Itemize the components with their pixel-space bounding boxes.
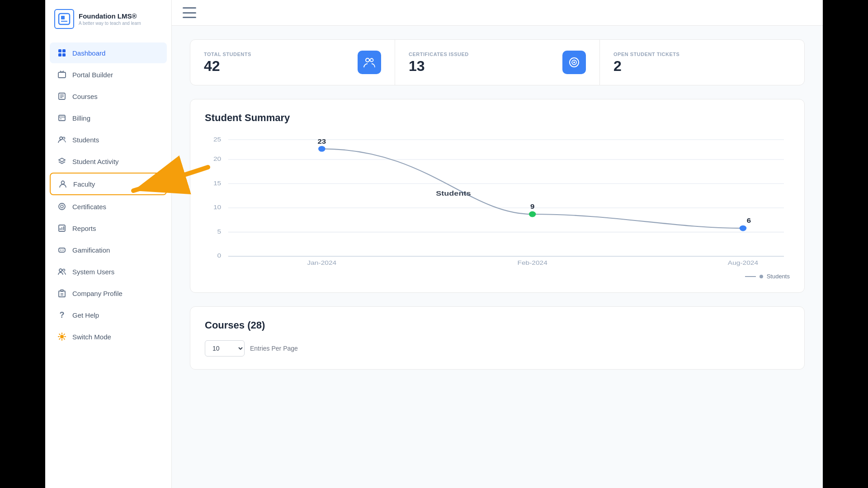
- content-area: TOTAL STUDENTS 42 CERTIFICA: [172, 26, 823, 383]
- sidebar-item-get-help[interactable]: ? Get Help: [50, 305, 167, 325]
- sidebar-item-company-profile[interactable]: Company Profile: [50, 283, 167, 304]
- sidebar-label-students: Students: [72, 136, 99, 144]
- sidebar-label-portal-builder: Portal Builder: [72, 71, 113, 79]
- svg-rect-30: [61, 290, 63, 291]
- sidebar-item-courses[interactable]: Courses: [50, 86, 167, 107]
- gamification-icon: [57, 245, 67, 255]
- svg-text:Aug-2024: Aug-2024: [728, 260, 758, 266]
- stat-info-tickets: OPEN STUDENT TICKETS 2: [613, 52, 679, 73]
- switch-mode-icon: [57, 332, 67, 342]
- stat-value-certificates: 13: [409, 59, 469, 73]
- hamburger-menu[interactable]: [183, 7, 196, 18]
- certificates-icon: [57, 202, 67, 211]
- svg-point-26: [62, 249, 63, 250]
- svg-point-18: [59, 203, 65, 210]
- svg-point-15: [60, 137, 62, 140]
- chart-section: Student Summary 0 5 10 15 20 25: [190, 99, 805, 293]
- sidebar-label-company-profile: Company Profile: [72, 290, 123, 297]
- sidebar: Foundation LMS® A better way to teach an…: [45, 0, 172, 488]
- sidebar-label-get-help: Get Help: [72, 311, 99, 319]
- app-name: Foundation LMS®: [79, 12, 141, 20]
- students-icon: [57, 135, 67, 145]
- svg-text:Feb-2024: Feb-2024: [517, 260, 547, 266]
- svg-point-35: [370, 59, 373, 62]
- svg-rect-4: [62, 49, 66, 52]
- stat-value-students: 42: [204, 59, 251, 73]
- company-profile-icon: [57, 288, 67, 298]
- svg-point-25: [60, 249, 61, 250]
- chart-svg: 0 5 10 15 20 25: [205, 133, 790, 268]
- dashboard-icon: [57, 48, 67, 58]
- reports-icon: [57, 223, 67, 233]
- svg-point-16: [63, 137, 65, 140]
- stat-card-certificates: CERTIFICATES ISSUED 13: [395, 40, 600, 85]
- stat-label-certificates: CERTIFICATES ISSUED: [409, 52, 469, 57]
- sidebar-label-faculty: Faculty: [73, 180, 95, 188]
- stat-card-tickets: OPEN STUDENT TICKETS 2: [600, 40, 804, 85]
- svg-text:25: 25: [213, 136, 221, 143]
- svg-rect-1: [61, 16, 65, 19]
- hamburger-line-1: [183, 7, 196, 9]
- svg-text:0: 0: [217, 253, 222, 259]
- sidebar-label-student-activity: Student Activity: [72, 158, 119, 165]
- svg-point-38: [573, 61, 575, 63]
- stat-card-students: TOTAL STUDENTS 42: [190, 40, 395, 85]
- sidebar-item-portal-builder[interactable]: Portal Builder: [50, 64, 167, 85]
- stat-label-students: TOTAL STUDENTS: [204, 52, 251, 57]
- sidebar-label-certificates: Certificates: [72, 203, 106, 211]
- hamburger-line-2: [183, 12, 196, 14]
- sidebar-item-reports[interactable]: Reports: [50, 218, 167, 239]
- logo-area: Foundation LMS® A better way to teach an…: [45, 0, 171, 42]
- faculty-icon: [58, 179, 68, 189]
- sidebar-label-switch-mode: Switch Mode: [72, 333, 111, 341]
- student-activity-icon: [57, 156, 67, 166]
- svg-point-53: [318, 146, 326, 152]
- logo-text: Foundation LMS® A better way to teach an…: [79, 12, 141, 26]
- svg-text:9: 9: [530, 203, 535, 210]
- get-help-icon: ?: [57, 310, 67, 320]
- svg-rect-7: [58, 72, 66, 78]
- chart-title: Student Summary: [205, 112, 790, 124]
- sidebar-item-certificates[interactable]: Certificates: [50, 196, 167, 217]
- entries-per-page-select[interactable]: 10 25 50 100: [205, 340, 245, 357]
- svg-rect-24: [59, 248, 65, 252]
- svg-rect-3: [58, 49, 61, 52]
- svg-text:Students: Students: [436, 190, 471, 197]
- svg-text:6: 6: [747, 217, 751, 224]
- legend-label: Students: [767, 273, 790, 280]
- svg-rect-12: [59, 115, 65, 121]
- sidebar-item-faculty[interactable]: Faculty: [50, 173, 167, 195]
- svg-text:Jan-2024: Jan-2024: [307, 260, 336, 266]
- sidebar-label-reports: Reports: [72, 225, 96, 232]
- stat-icon-certificates: [562, 51, 586, 74]
- stat-info-students: TOTAL STUDENTS 42: [204, 52, 251, 73]
- stat-value-tickets: 2: [613, 59, 679, 73]
- sidebar-label-system-users: System Users: [72, 268, 114, 276]
- svg-point-17: [61, 181, 65, 184]
- sidebar-label-gamification: Gamification: [72, 246, 110, 254]
- main-content: TOTAL STUDENTS 42 CERTIFICA: [172, 0, 823, 488]
- sidebar-item-gamification[interactable]: Gamification: [50, 239, 167, 260]
- sidebar-item-dashboard[interactable]: Dashboard: [50, 42, 167, 63]
- courses-section: Courses (28) 10 25 50 100 Entries Per Pa…: [190, 306, 805, 370]
- navigation: Dashboard Portal Builder: [45, 42, 171, 479]
- entries-per-page-label: Entries Per Page: [250, 345, 298, 352]
- svg-text:15: 15: [213, 180, 221, 186]
- stat-icon-students: [358, 51, 381, 74]
- chart-wrapper: 0 5 10 15 20 25: [205, 133, 790, 268]
- svg-point-33: [60, 335, 64, 338]
- chart-legend: Students: [205, 273, 790, 280]
- courses-icon: [57, 91, 67, 101]
- sidebar-item-students[interactable]: Students: [50, 129, 167, 150]
- hamburger-line-3: [183, 17, 196, 18]
- stats-row: TOTAL STUDENTS 42 CERTIFICA: [190, 39, 805, 85]
- sidebar-item-system-users[interactable]: System Users: [50, 261, 167, 282]
- sidebar-item-switch-mode[interactable]: Switch Mode: [50, 326, 167, 347]
- sidebar-label-billing: Billing: [72, 114, 90, 122]
- sidebar-item-student-activity[interactable]: Student Activity: [50, 151, 167, 172]
- sidebar-item-billing[interactable]: Billing: [50, 108, 167, 128]
- app-tagline: A better way to teach and learn: [79, 20, 141, 26]
- top-bar: [172, 0, 823, 26]
- sidebar-label-dashboard: Dashboard: [72, 49, 105, 57]
- system-users-icon: [57, 267, 67, 277]
